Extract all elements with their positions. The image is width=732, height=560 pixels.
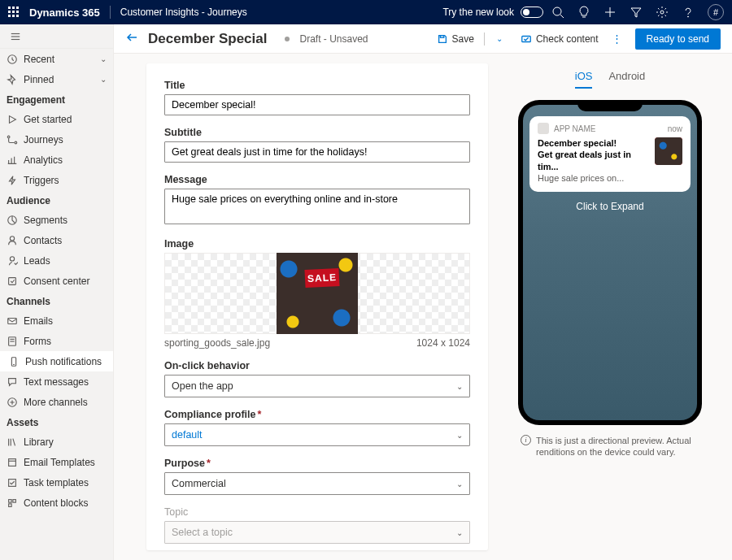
sidebar-item-label: Pinned — [24, 74, 54, 85]
compliance-select[interactable]: default⌄ — [164, 423, 470, 446]
notification-time: now — [668, 124, 682, 133]
app-name: Customer Insights - Journeys — [120, 7, 247, 18]
topic-placeholder: Select a topic — [172, 527, 233, 538]
notification-subtitle: Get great deals just in tim... — [538, 149, 648, 172]
message-label: Message — [164, 174, 470, 185]
sidebar-item-journeys[interactable]: Journeys — [0, 129, 113, 150]
check-content-button[interactable]: Check content — [521, 33, 599, 45]
save-button[interactable]: Save — [437, 33, 474, 45]
sidebar-item-push-notifications[interactable]: Push notifications — [0, 351, 113, 371]
plus-icon[interactable] — [603, 6, 617, 19]
sidebar-item-get-started[interactable]: Get started — [0, 109, 113, 129]
sidebar-item-label: Task templates — [24, 477, 89, 488]
svg-point-12 — [15, 141, 17, 144]
sidebar-item-triggers[interactable]: Triggers — [0, 170, 113, 190]
sidebar-item-label: Segments — [24, 215, 68, 226]
blocks-icon — [7, 497, 18, 509]
back-button[interactable] — [125, 31, 138, 47]
sidebar-item-contacts[interactable]: Contacts — [0, 230, 113, 250]
sidebar-item-recent[interactable]: Recent⌄ — [0, 49, 113, 69]
purpose-value: Commercial — [172, 478, 226, 489]
search-icon[interactable] — [551, 6, 564, 19]
sidebar-item-more-channels[interactable]: More channels — [0, 392, 113, 412]
try-new-look-toggle[interactable]: Try the new look — [442, 7, 543, 18]
collapse-sidebar-button[interactable] — [0, 24, 113, 49]
mail-icon — [7, 315, 18, 327]
message-input[interactable]: Huge sale prices on everything online an… — [164, 189, 470, 224]
more-commands-icon[interactable]: ⋮ — [608, 33, 625, 45]
gear-icon[interactable] — [656, 6, 669, 19]
tab-android[interactable]: Android — [608, 70, 645, 89]
app-icon — [538, 123, 549, 134]
sidebar-item-library[interactable]: Library — [0, 432, 113, 452]
sidebar-item-pinned[interactable]: Pinned⌄ — [0, 69, 113, 89]
global-header: Dynamics 365 Customer Insights - Journey… — [0, 0, 732, 24]
filter-icon[interactable] — [630, 6, 643, 19]
app-launcher-icon[interactable] — [8, 7, 20, 18]
chevron-down-icon: ⌄ — [100, 54, 107, 63]
onclick-select[interactable]: Open the app⌄ — [164, 375, 470, 397]
ready-to-send-button[interactable]: Ready to send — [635, 28, 721, 50]
sidebar-item-leads[interactable]: Leads — [0, 250, 113, 271]
click-to-expand[interactable]: Click to Expand — [523, 201, 697, 212]
purpose-label: Purpose* — [164, 458, 470, 469]
sidebar-item-label: Journeys — [24, 134, 63, 145]
sidebar-section-engagement: Engagement — [0, 89, 113, 109]
push-notification-form: Title Subtitle Message Huge sale prices … — [146, 63, 488, 550]
forms-icon — [7, 336, 18, 347]
leads-icon — [7, 255, 18, 267]
sidebar-item-analytics[interactable]: Analytics — [0, 150, 113, 170]
task-icon — [7, 477, 18, 488]
phone-frame: APP NAME now December special! Get great… — [518, 100, 702, 425]
svg-point-5 — [660, 11, 664, 14]
sidebar-item-task-templates[interactable]: Task templates — [0, 472, 113, 493]
onclick-value: Open the app — [172, 380, 233, 392]
sidebar-item-label: Push notifications — [25, 356, 102, 367]
purpose-select[interactable]: Commercial⌄ — [164, 472, 470, 495]
sidebar-item-consent-center[interactable]: Consent center — [0, 271, 113, 291]
chevron-down-icon: ⌄ — [456, 431, 463, 440]
title-input[interactable] — [164, 94, 470, 115]
toggle-switch-icon[interactable] — [521, 7, 543, 18]
svg-point-6 — [688, 16, 689, 17]
svg-rect-16 — [9, 277, 16, 284]
svg-rect-17 — [8, 318, 17, 323]
user-avatar[interactable]: # — [708, 4, 724, 20]
sidebar-item-content-blocks[interactable]: Content blocks — [0, 493, 113, 513]
sidebar-item-label: Content blocks — [24, 497, 88, 509]
help-icon[interactable] — [682, 6, 695, 19]
save-split-chevron-icon[interactable]: ⌄ — [495, 34, 504, 43]
info-icon: i — [521, 435, 531, 445]
svg-rect-32 — [9, 503, 12, 506]
status-text: Draft - Unsaved — [299, 33, 368, 45]
svg-rect-27 — [9, 458, 16, 466]
preview-disclaimer: i This is just a directional preview. Ac… — [521, 435, 699, 458]
image-preview[interactable]: SALE — [164, 253, 470, 334]
sidebar-item-email-templates[interactable]: Email Templates — [0, 452, 113, 472]
try-new-look-label: Try the new look — [442, 7, 514, 18]
lightbulb-icon[interactable] — [577, 6, 590, 19]
library-icon — [7, 436, 18, 448]
page-title: December Special — [148, 31, 267, 47]
notification-app-name: APP NAME — [554, 124, 596, 133]
tab-ios[interactable]: iOS — [575, 70, 593, 89]
image-dimensions: 1024 x 1024 — [416, 337, 470, 349]
compliance-value: default — [172, 429, 203, 441]
subtitle-label: Subtitle — [164, 127, 470, 138]
consent-icon — [7, 276, 18, 287]
svg-point-15 — [10, 256, 14, 260]
sidebar-item-label: Emails — [24, 315, 53, 327]
play-icon — [7, 114, 18, 125]
sidebar-item-emails[interactable]: Emails — [0, 310, 113, 331]
sidebar-item-label: Library — [24, 436, 54, 448]
sidebar-item-label: Analytics — [24, 154, 63, 166]
svg-line-1 — [560, 15, 564, 18]
phone-icon — [8, 356, 20, 367]
sidebar-item-segments[interactable]: Segments — [0, 210, 113, 230]
sidebar-item-text-messages[interactable]: Text messages — [0, 371, 113, 392]
sidebar-item-forms[interactable]: Forms — [0, 331, 113, 351]
status-dot-icon — [285, 37, 290, 41]
more-icon — [7, 397, 18, 408]
chevron-down-icon: ⌄ — [100, 75, 107, 84]
subtitle-input[interactable] — [164, 141, 470, 163]
